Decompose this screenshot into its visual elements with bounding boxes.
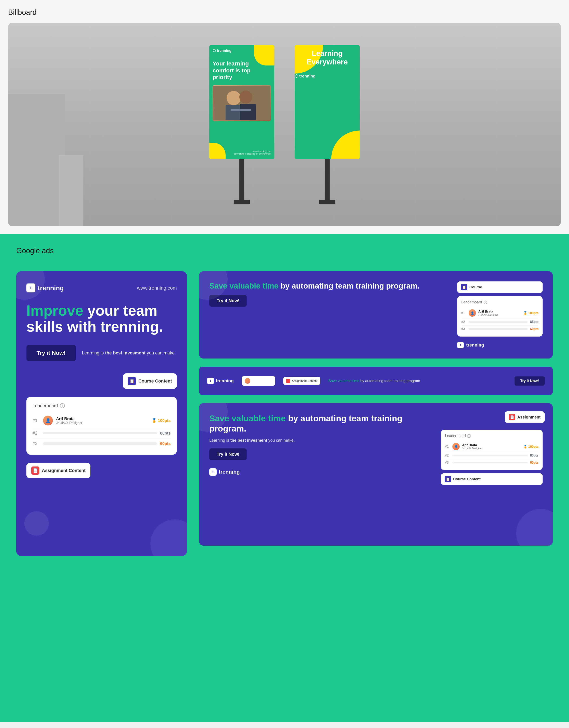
lb-info-1-sm: Arif Brata Jr UI/UX Designer [478,310,521,316]
rank3-pts: 60pts [160,441,171,446]
poster-logo-2: ⬡ trenning [294,74,360,78]
try-it-now-button-large[interactable]: Try it Now! [26,345,76,361]
billboard-post-1 [240,159,244,200]
banner-text: Save valuable time by automating team tr… [328,379,506,383]
info-icon-lr: i [467,434,471,438]
lr-placeholder-3 [452,462,528,463]
ad-large-title: Improve your team skills with trenning. [26,303,177,335]
billboard-base-1 [234,200,250,204]
banner-logo: t trenning [207,378,234,384]
banner-avatar [245,378,251,384]
lr-pts-2: 80pts [530,454,538,457]
svg-rect-5 [231,109,251,111]
poster-logo-1: ⬡ trenning [213,48,232,53]
lr-lb-row-2: #2 80pts [445,452,538,459]
billboard-frame: ⬡ trenning Your learning comfort is top … [8,23,561,226]
yellow-blob-br [209,143,226,159]
banner-icon: t [207,378,214,384]
trenning-logo-lr: t trenning [209,468,431,476]
lb-pts-3-sm: 60pts [530,327,538,331]
lr-info-1: Arif Brata Jr UI/UX Designer [462,443,521,450]
lb-row-1-sm: #1 👤 Arif Brata Jr UI/UX Designer 🏅 100p… [461,308,538,318]
info-icon-sm: i [484,301,487,304]
google-ads-section: Google ads t trenning www.trenning.com I… [0,234,569,722]
try-it-now-button-banner[interactable]: Try it Now! [515,376,545,386]
blob-br [150,519,187,556]
billboard-poster-2: Learning Everywhere ⬡ trenning [294,45,360,159]
lr-lb-row-1: #1 👤 Arif Brata Jr UI/UX Designer 🏅 100p… [445,441,538,452]
blob-tl [16,271,45,300]
concrete-block-mid [59,155,83,226]
concrete-block-left [8,94,65,226]
assignment-badge: 📄 Assignment Content [26,463,90,478]
course-badge-sm: 📋 Course [457,281,543,293]
leaderboard-row-3: #3 60pts [33,438,171,449]
placeholder-bar-3 [43,442,157,445]
leaderboard-lr-header: Leaderboard i [445,434,538,438]
banner-assignment-card: Assignment Content [283,377,320,385]
poster-photo-inner [213,85,271,121]
svg-rect-4 [240,104,256,120]
rank2-pts: 80pts [160,431,171,436]
assignment-badge-right: 📄 Assignment [505,411,545,423]
billboard-post-2 [325,159,329,200]
ads-right-column: Save valuable time by automating team tr… [199,271,553,546]
banner-mini-card [242,376,275,386]
ad-large-right: Save valuable time by automating team tr… [199,403,553,546]
poster-green-footer: www.trenning.com committed to creating a… [234,150,271,155]
leaderboard-sm: Leaderboard i #1 👤 Arif Brata Jr UI/UX D… [457,296,543,337]
poster-green-title: Your learning comfort is top priority [209,56,275,83]
leaderboard-row-1: #1 👤 Arif Brata Jr UI/UX Designer 🏅 100p… [33,413,171,428]
google-ads-label: Google ads [16,246,553,255]
svg-point-1 [227,91,241,105]
ad-medium-top: Save valuable time by automating team tr… [199,271,553,359]
banner-assign-icon [286,379,290,383]
ad-lr-tagline: Learning is the best invesment you can m… [209,438,431,443]
ad-medium-title: Save valuable time by automating team tr… [209,281,449,291]
ad-medium-left: Save valuable time by automating team tr… [209,281,449,348]
billboard-base-2 [319,200,335,204]
avatar-1: 👤 [43,416,53,425]
rank-info-1: Arif Brata Jr UI/UX Designer [56,416,148,425]
ad-medium-right: 📋 Course Leaderboard i #1 👤 Arif Brata [457,281,543,348]
svg-rect-3 [226,105,242,120]
info-icon: i [60,403,65,408]
ad-large-left: t trenning www.trenning.com Improve your… [16,271,187,556]
lr-lb-row-3: #3 60pts [445,459,538,466]
ads-layout: t trenning www.trenning.com Improve your… [16,271,553,556]
lb-placeholder-3-sm [469,328,528,330]
lb-placeholder-2-sm [469,321,528,323]
billboard-background: ⬡ trenning Your learning comfort is top … [8,23,561,226]
lr-placeholder-2 [452,455,528,456]
lb-pts-1-sm: 🏅 100pts [523,311,538,315]
billboard-stand-1: ⬡ trenning Your learning comfort is top … [209,45,275,204]
ad-large-header: t trenning www.trenning.com [26,283,177,292]
course-badge-lr: 📋 Course Content [441,473,543,485]
poster-photo [213,85,271,121]
try-it-now-button-large-right[interactable]: Try it Now! [209,448,247,460]
ad-lr-title: Save valuable time by automating team tr… [209,413,431,434]
course-icon: 📋 [128,377,136,385]
billboard-poster-1: ⬡ trenning Your learning comfort is top … [209,45,275,159]
course-icon-lr: 📋 [445,476,451,482]
lb-row-2-sm: #2 85pts [461,318,538,326]
course-content-badge: 📋 Course Content [123,373,177,389]
assignment-icon-right: 📄 [509,414,515,420]
lb-avatar-1-sm: 👤 [469,309,476,317]
billboard-section: Billboard ⬡ trenning Your learning comfo… [0,0,569,234]
leaderboard-title-large: Leaderboard i [33,403,171,408]
lb-row-3-sm: #3 60pts [461,326,538,332]
blob-mid [24,511,49,536]
billboard-stand-2: Learning Everywhere ⬡ trenning [294,45,360,204]
ad-lr-left: Save valuable time by automating team tr… [209,413,431,535]
ad-banner: t trenning Assignment Content Sav [199,367,553,395]
placeholder-bar-2 [43,432,157,434]
ad-large-url: www.trenning.com [137,285,177,291]
leaderboard-widget-large: Leaderboard i #1 👤 Arif Brata Jr UI/UX D… [26,397,177,455]
poster-yellow-title: Learning Everywhere [294,45,360,70]
leaderboard-row-2: #2 80pts [33,428,171,438]
trenning-icon-med: t [457,342,464,348]
lb-pts-2-sm: 85pts [530,320,538,324]
billboard-label: Billboard [8,8,561,17]
lr-avatar-1: 👤 [452,443,460,450]
